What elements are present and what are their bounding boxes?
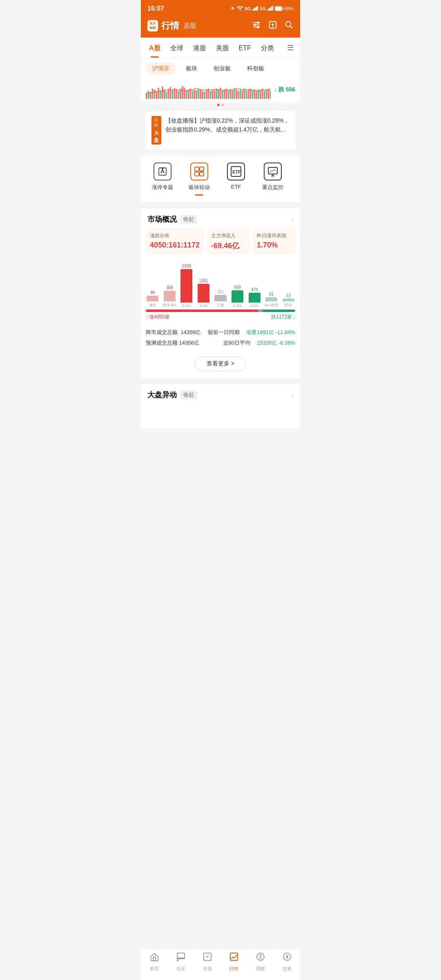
svg-rect-49 xyxy=(196,90,197,99)
search-icon[interactable] xyxy=(285,20,294,31)
svg-text:ETF: ETF xyxy=(232,169,241,174)
chart-fall-stats: ↓ 跌 556 xyxy=(274,86,295,94)
progress-flat xyxy=(258,310,263,312)
bar-5 xyxy=(232,290,243,303)
bar-0 xyxy=(147,296,158,301)
svg-rect-84 xyxy=(266,89,267,99)
settings-icon[interactable] xyxy=(252,20,261,31)
page-title: 行情 xyxy=(161,20,179,32)
dot-2 xyxy=(221,104,224,106)
stats-total-volume: 两市成交总额 14356亿 xyxy=(146,329,200,336)
progress-bar xyxy=(146,310,295,312)
svg-rect-81 xyxy=(260,90,261,99)
status-time: 16:07 xyxy=(147,5,164,12)
svg-rect-40 xyxy=(178,91,179,99)
svg-rect-86 xyxy=(270,90,270,99)
svg-rect-71 xyxy=(240,89,241,99)
bar-label-6: 1-5% xyxy=(250,304,259,308)
svg-line-23 xyxy=(290,26,293,28)
stats-row-1: 两市成交总额 14356亿 较前一日同期 缩量1891亿 -11.64% xyxy=(146,327,295,338)
svg-rect-30 xyxy=(158,88,159,99)
subtab-shanghai[interactable]: 沪深京 xyxy=(146,62,176,75)
status-icons: 👁 5G 5G xyxy=(230,6,294,12)
fall-label: 跌1172家 ↓ xyxy=(271,314,295,321)
svg-rect-68 xyxy=(234,89,235,99)
bar-val-0: 88 xyxy=(150,290,155,295)
market-overview-arrow[interactable]: › xyxy=(292,216,294,223)
svg-rect-4 xyxy=(256,7,257,11)
qa-monitor-label: 重点监控 xyxy=(262,184,283,191)
svg-rect-85 xyxy=(268,89,270,99)
bar-val-4: 161 xyxy=(217,290,224,294)
qa-etf-label: ETF xyxy=(231,184,241,190)
svg-rect-65 xyxy=(228,91,229,99)
qa-limit-up[interactable]: 涨停专题 xyxy=(144,163,181,197)
card-net-inflow-label: 主力净流入 xyxy=(211,232,245,239)
share-icon[interactable] xyxy=(268,20,277,31)
card-distribution-label: 涨跌分布 xyxy=(150,232,200,239)
status-bar: 16:07 👁 5G 5G xyxy=(141,0,300,16)
bar-6 xyxy=(249,293,261,303)
bar-label-4: 平盘 xyxy=(217,303,224,308)
svg-point-17 xyxy=(257,22,259,23)
eye-icon: 👁 xyxy=(230,6,235,11)
subtab-star[interactable]: 科创板 xyxy=(241,62,271,75)
svg-rect-61 xyxy=(220,88,221,99)
wifi-icon xyxy=(237,6,243,12)
svg-rect-62 xyxy=(222,90,223,99)
svg-rect-77 xyxy=(252,90,253,99)
svg-rect-28 xyxy=(154,89,156,99)
qa-etf[interactable]: ETF ETF xyxy=(218,163,254,197)
card-distribution[interactable]: 涨跌分布 4050:161:1172 xyxy=(146,228,204,254)
tab-us[interactable]: 美股 xyxy=(211,38,234,58)
qa-sector-rotation[interactable]: 板块轮动 xyxy=(181,163,218,197)
tab-a-shares[interactable]: A股 xyxy=(144,38,165,58)
header-subtitle[interactable]: 选股 xyxy=(183,22,196,30)
subtab-sectors[interactable]: 板块 xyxy=(179,62,204,75)
card-net-inflow[interactable]: 主力净流入 -69.46亿 xyxy=(207,228,249,254)
dapan-content xyxy=(141,404,300,428)
mini-chart[interactable] xyxy=(146,80,271,99)
svg-rect-52 xyxy=(202,91,203,99)
svg-rect-90 xyxy=(195,167,199,171)
news-banner[interactable]: 点评 大盘 【收盘播报】沪指涨0.22%，深证成指涨0.28%，创业板指跌0.2… xyxy=(146,111,295,149)
market-overview-collapse[interactable]: 收起 xyxy=(180,215,197,224)
tab-menu-icon[interactable]: ☰ xyxy=(284,38,297,58)
stats-compare-val: 缩量1891亿 -11.64% xyxy=(246,329,295,336)
stats-predict-volume: 预测成交总额 14356亿 xyxy=(146,339,199,347)
bar-val-3: 1261 xyxy=(199,278,208,283)
market-overview-title: 市场概况 xyxy=(147,214,177,224)
svg-rect-53 xyxy=(204,92,205,99)
card-limit-up-perf[interactable]: 昨日涨停表现 1.70% xyxy=(253,228,295,254)
see-more-button[interactable]: 查看更多 > xyxy=(195,356,246,371)
qa-monitor[interactable]: 重点监控 xyxy=(254,163,291,197)
bar-val-7: 81 xyxy=(269,292,274,296)
svg-rect-92 xyxy=(195,172,199,176)
tab-hk[interactable]: 港股 xyxy=(188,38,211,58)
market-stats-table: 两市成交总额 14356亿 较前一日同期 缩量1891亿 -11.64% 预测成… xyxy=(141,324,300,353)
svg-rect-43 xyxy=(184,88,185,99)
tab-category[interactable]: 分类 xyxy=(256,38,279,58)
svg-rect-51 xyxy=(200,89,201,99)
bar-val-2: 2393 xyxy=(182,264,191,268)
svg-rect-34 xyxy=(166,92,167,99)
bar-8 xyxy=(283,298,294,301)
tab-global[interactable]: 全球 xyxy=(165,38,188,58)
subtab-chinext[interactable]: 创业板 xyxy=(207,62,237,75)
market-cards: 涨跌分布 4050:161:1172 主力净流入 -69.46亿 昨日涨停表现 … xyxy=(141,228,300,259)
svg-rect-45 xyxy=(188,89,189,99)
app-logo: 东方 财富 xyxy=(147,20,158,31)
bar-val-6: 470 xyxy=(251,287,258,292)
tab-etf[interactable]: ETF xyxy=(234,39,256,57)
svg-point-0 xyxy=(239,9,241,11)
dapan-collapse[interactable]: 收起 xyxy=(180,390,197,399)
news-tag: 点评 大盘 xyxy=(151,116,161,145)
stats-row-2-right: 近60日平均 15335亿 -6.39% xyxy=(223,339,295,347)
svg-rect-75 xyxy=(248,89,249,99)
svg-rect-70 xyxy=(238,91,239,99)
svg-rect-5 xyxy=(257,6,258,11)
monitor-icon xyxy=(264,163,282,180)
divider-3 xyxy=(141,378,300,381)
qa-dots xyxy=(195,194,203,197)
dapan-arrow[interactable]: › xyxy=(292,391,294,399)
